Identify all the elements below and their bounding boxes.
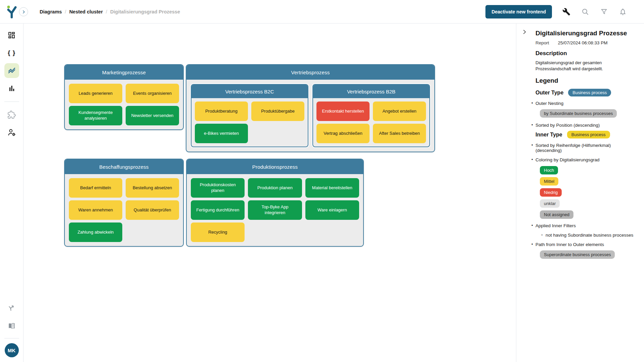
cluster-title[interactable]: Vertriebsprozess — [186, 65, 434, 80]
sidebar-divider — [4, 338, 19, 338]
process-box[interactable]: Ware einlagern — [305, 200, 359, 220]
process-box[interactable]: Produktberatung — [195, 102, 248, 121]
sidebar-item-user-administration[interactable] — [4, 125, 19, 140]
panel-collapse-button[interactable] — [520, 28, 529, 36]
process-box[interactable]: Zahlung abwickeln — [69, 223, 122, 242]
sidebar-item-diagrams[interactable] — [4, 63, 19, 78]
legend-bullet-outer-nesting: Outer Nesting — [531, 101, 638, 106]
process-box[interactable]: Produktion planen — [248, 178, 302, 198]
coloring-legend: Hoch Mittel Niedrig unklar Not assigned — [540, 166, 638, 219]
cluster-body: Leads generieren Events organisieren Kun… — [65, 80, 183, 129]
sidebar: { } — [0, 0, 24, 362]
sidebar-item-modeling[interactable]: { } — [4, 45, 19, 60]
notifications-icon[interactable] — [618, 7, 627, 16]
legend-pill-hoch: Hoch — [540, 166, 558, 174]
breadcrumb-separator: / — [106, 9, 107, 14]
breadcrumb-current: Digitalisierungsgrad Prozesse — [110, 9, 180, 14]
report-date: 25/07/2024 06:08:33 PM — [558, 40, 608, 45]
sidebar-item-extensions[interactable] — [4, 107, 19, 122]
filter-icon[interactable] — [600, 7, 608, 16]
sidebar-divider — [4, 102, 19, 102]
chevron-right-icon — [21, 9, 26, 14]
subcluster-vertriebsprozess-b2b[interactable]: Vertriebsprozess B2B Erstkontakt herstel… — [312, 84, 430, 147]
puzzle-icon — [7, 111, 16, 119]
legend-bullet-applied-filters: Applied Inner Filters — [531, 223, 638, 228]
sidebar-item-dashboard[interactable] — [4, 28, 19, 42]
breadcrumb-nested-cluster[interactable]: Nested cluster — [69, 9, 103, 14]
deactivate-new-frontend-button[interactable]: Deactivate new frontend — [485, 5, 552, 18]
sidebar-item-reports[interactable] — [4, 81, 19, 96]
user-settings-icon — [7, 128, 16, 137]
process-box[interactable]: Fertigung durchführen — [191, 200, 245, 220]
process-box[interactable]: Vertrag abschließen — [316, 124, 370, 143]
inner-type-badge: Business process — [567, 131, 610, 138]
report-row: Report 25/07/2024 06:08:33 PM — [535, 40, 638, 45]
process-box[interactable]: Bestellung absetzen — [126, 178, 179, 198]
sidebar-item-documentation[interactable] — [4, 318, 19, 333]
topbar: Diagrams / Nested cluster / Digitalisier… — [0, 0, 644, 24]
report-details-panel: Digitalisierungsgrad Prozesse Report 25/… — [516, 24, 644, 362]
process-box[interactable]: Material bereitstellen — [305, 178, 359, 198]
book-icon — [7, 322, 16, 330]
process-box[interactable]: Newsletter versenden — [126, 106, 179, 125]
inner-type-label: Inner Type — [535, 132, 562, 138]
legend-pill-niedrig: Niedrig — [540, 188, 562, 197]
description-heading: Description — [535, 50, 638, 57]
process-box[interactable]: Angebot erstellen — [373, 102, 426, 121]
topbar-actions: Deactivate new frontend — [485, 5, 644, 18]
process-box[interactable]: Erstkontakt herstellen — [316, 102, 370, 121]
legend-pill-not-assigned: Not assigned — [540, 210, 573, 219]
user-avatar[interactable]: MK — [5, 343, 19, 357]
wrench-icon[interactable] — [562, 7, 571, 16]
legend-bullet-outer-sorted: Sorted by Position (descending) — [531, 123, 638, 128]
process-box[interactable]: Kundensegmente analysieren — [69, 106, 122, 125]
legend-heading: Legend — [535, 77, 638, 84]
cluster-vertriebsprozess[interactable]: Vertriebsprozess Vertriebsprozess B2C Pr… — [186, 64, 435, 152]
process-box[interactable]: Produktionskosten planen — [191, 178, 245, 198]
process-box[interactable]: After Sales betreiben — [373, 124, 426, 143]
subcluster-body: Produktberatung Produktübergabe e-Bikes … — [191, 98, 308, 147]
process-box[interactable]: Waren annehmen — [69, 200, 122, 220]
cluster-produktionsprozess[interactable]: Produktionsprozess Produktionskosten pla… — [186, 159, 364, 247]
legend-bullet-coloring: Coloring by Digitalisierungsgrad — [531, 157, 638, 162]
legend-pill-mittel: Mittel — [540, 177, 558, 186]
subcluster-body: Erstkontakt herstellen Angebot erstellen… — [313, 98, 429, 147]
subcluster-vertriebsprozess-b2c[interactable]: Vertriebsprozess B2C Produktberatung Pro… — [191, 84, 308, 147]
cluster-title[interactable]: Produktionsprozess — [187, 159, 363, 174]
search-icon[interactable] — [581, 7, 590, 16]
sidebar-item-integrations[interactable] — [4, 300, 19, 315]
cluster-title[interactable]: Beschaffungsprozess — [65, 159, 183, 174]
cluster-body: Bedarf ermitteln Bestellung absetzen War… — [65, 174, 183, 246]
y-logo-icon — [5, 5, 18, 19]
bar-chart-icon — [8, 84, 16, 92]
process-box[interactable]: Top-Byke App integrieren — [248, 200, 302, 220]
inner-type-row: Inner Type Business process — [535, 131, 638, 138]
breadcrumb-separator: / — [65, 9, 66, 14]
cluster-body: Produktionskosten planen Produktion plan… — [187, 174, 363, 246]
process-box[interactable]: Recycling — [191, 223, 245, 242]
path-badge: Superordinate business processes — [540, 250, 615, 259]
cluster-title[interactable]: Marketingprozesse — [65, 65, 183, 80]
report-label: Report — [535, 40, 549, 45]
legend-bullet-path: Path from Inner to Outer elements — [531, 242, 638, 247]
panel-title: Digitalisierungsgrad Prozesse — [535, 30, 638, 37]
legend-pill-unklar: unklar — [540, 199, 560, 208]
subcluster-title[interactable]: Vertriebsprozess B2B — [313, 85, 429, 98]
cluster-marketingprozesse[interactable]: Marketingprozesse Leads generieren Event… — [64, 64, 184, 130]
sidebar-expand-button[interactable] — [19, 7, 28, 16]
process-box[interactable]: e-Bikes vermieten — [195, 124, 248, 143]
legend-sub-bullet-filter: not having Subordinate business processe… — [541, 233, 638, 238]
subcluster-title[interactable]: Vertriebsprozess B2C — [191, 85, 308, 98]
outer-nesting-badge: by Subordinate business processes — [540, 109, 617, 118]
cluster-beschaffungsprozess[interactable]: Beschaffungsprozess Bedarf ermitteln Bes… — [64, 159, 184, 247]
process-box[interactable]: Bedarf ermitteln — [69, 178, 122, 198]
outer-type-badge: Business process — [568, 89, 611, 96]
process-box[interactable]: Qualität überprüfen — [126, 200, 179, 220]
description-text: Digitalisierungsgrad der gesamten Prozes… — [535, 60, 613, 72]
process-box[interactable]: Leads generieren — [69, 84, 122, 103]
process-box[interactable]: Produktübergabe — [251, 102, 304, 121]
breadcrumb-diagrams[interactable]: Diagrams — [40, 9, 62, 14]
braces-icon: { } — [8, 49, 15, 56]
process-box[interactable]: Events organisieren — [126, 84, 179, 103]
diagram-canvas[interactable]: Marketingprozesse Leads generieren Event… — [24, 24, 516, 362]
